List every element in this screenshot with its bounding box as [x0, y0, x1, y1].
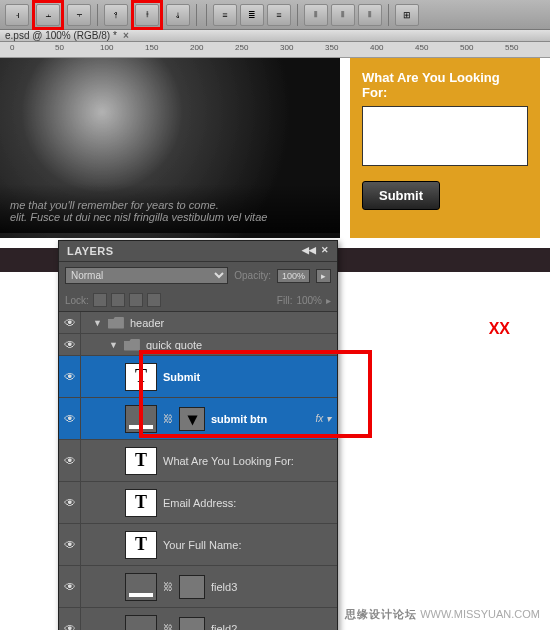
panel-title: LAYERS [67, 245, 114, 257]
link-mask-icon[interactable]: ⛓ [163, 623, 173, 630]
panel-header[interactable]: LAYERS ◀◀✕ [59, 241, 337, 262]
disclosure-icon[interactable]: ▼ [109, 340, 118, 350]
hero-caption: me that you'll remember for years to com… [0, 184, 340, 233]
disclosure-icon[interactable]: ▼ [93, 318, 102, 328]
vector-mask-icon [179, 617, 205, 631]
lock-transparency-icon[interactable] [93, 293, 107, 307]
looking-for-input[interactable] [362, 106, 528, 166]
text-layer-icon: T [125, 447, 157, 475]
lock-paint-icon[interactable] [111, 293, 125, 307]
layer-submit-text[interactable]: 👁 T Submit [59, 356, 337, 398]
visibility-icon[interactable]: 👁 [59, 398, 81, 439]
auto-align-btn[interactable]: ⊞ [395, 4, 419, 26]
panel-menu-icon[interactable]: ◀◀✕ [302, 245, 330, 257]
layer-name-text[interactable]: 👁 T Your Full Name: [59, 524, 337, 566]
layer-list: 👁 ▼ header 👁 ▼ quick quote 👁 T Submit [59, 312, 337, 630]
blend-mode-select[interactable]: Normal [65, 267, 228, 284]
layer-looking-for-text[interactable]: 👁 T What Are You Looking For: [59, 440, 337, 482]
visibility-icon[interactable]: 👁 [59, 482, 81, 523]
visibility-icon[interactable]: 👁 [59, 440, 81, 481]
vector-mask-icon [179, 575, 205, 599]
align-top-btn[interactable]: ⫯ [104, 4, 128, 26]
layer-email-text[interactable]: 👁 T Email Address: [59, 482, 337, 524]
folder-icon [108, 317, 124, 329]
lock-label: Lock: [65, 295, 89, 306]
close-icon[interactable]: × [123, 30, 129, 41]
align-center-v-btn[interactable]: ⫲ [135, 4, 159, 26]
text-layer-icon: T [125, 363, 157, 391]
hero-image: me that you'll remember for years to com… [0, 58, 340, 238]
layers-panel: LAYERS ◀◀✕ Normal Opacity: 100%▸ Lock: F… [58, 240, 338, 630]
fill-value[interactable]: 100% [296, 295, 322, 306]
document-tab[interactable]: e.psd @ 100% (RGB/8) * × [0, 30, 550, 42]
align-center-h-btn[interactable]: ⫠ [36, 4, 60, 26]
layer-group-header[interactable]: 👁 ▼ header [59, 312, 337, 334]
document-title: e.psd @ 100% (RGB/8) * [5, 30, 117, 41]
shape-layer-icon [125, 615, 157, 631]
shape-layer-icon [125, 405, 157, 433]
canvas[interactable]: me that you'll remember for years to com… [0, 58, 550, 248]
text-layer-icon: T [125, 531, 157, 559]
layer-field3[interactable]: 👁 ⛓ field3 [59, 566, 337, 608]
layer-field2[interactable]: 👁 ⛓ field2 [59, 608, 337, 630]
watermark: 思缘设计论坛 WWW.MISSYUAN.COM [345, 607, 540, 622]
form-field-label: What Are You Looking For: [362, 70, 528, 100]
vector-mask-icon: ▾ [179, 407, 205, 431]
distribute-right-btn[interactable]: ⦀ [358, 4, 382, 26]
blend-opacity-row: Normal Opacity: 100%▸ [59, 262, 337, 289]
align-toolbar: ⫞ ⫠ ⫟ ⫯ ⫲ ⫰ ≡ ≣ ≡ ⦀ ⦀ ⦀ ⊞ [0, 0, 550, 30]
layer-group-quick-quote[interactable]: 👁 ▼ quick quote [59, 334, 337, 356]
opacity-label: Opacity: [234, 270, 271, 281]
link-mask-icon[interactable]: ⛓ [163, 413, 173, 424]
distribute-v-btn[interactable]: ≣ [240, 4, 264, 26]
layer-submit-btn[interactable]: 👁 ⛓ ▾ submit btn fx ▾ [59, 398, 337, 440]
text-layer-icon: T [125, 489, 157, 517]
lock-all-icon[interactable] [147, 293, 161, 307]
visibility-icon[interactable]: 👁 [59, 566, 81, 607]
distribute-top-btn[interactable]: ≡ [213, 4, 237, 26]
quote-form: What Are You Looking For: Submit [350, 58, 540, 238]
horizontal-ruler: 0 50 100 150 200 250 300 350 400 450 500… [0, 42, 550, 58]
align-right-btn[interactable]: ⫟ [67, 4, 91, 26]
opacity-value[interactable]: 100% [277, 269, 310, 283]
shape-layer-icon [125, 573, 157, 601]
distribute-h-btn[interactable]: ⦀ [331, 4, 355, 26]
fill-label: Fill: [277, 295, 293, 306]
align-left-btn[interactable]: ⫞ [5, 4, 29, 26]
align-bottom-btn[interactable]: ⫰ [166, 4, 190, 26]
lock-fill-row: Lock: Fill: 100%▸ [59, 289, 337, 312]
visibility-icon[interactable]: 👁 [59, 312, 81, 333]
submit-button[interactable]: Submit [362, 181, 440, 210]
lock-move-icon[interactable] [129, 293, 143, 307]
visibility-icon[interactable]: 👁 [59, 334, 81, 355]
annotation-xx: XX [489, 320, 510, 338]
visibility-icon[interactable]: 👁 [59, 524, 81, 565]
folder-icon [124, 339, 140, 351]
visibility-icon[interactable]: 👁 [59, 356, 81, 397]
fx-icon[interactable]: fx ▾ [315, 413, 331, 424]
distribute-bottom-btn[interactable]: ≡ [267, 4, 291, 26]
distribute-left-btn[interactable]: ⦀ [304, 4, 328, 26]
visibility-icon[interactable]: 👁 [59, 608, 81, 630]
link-mask-icon[interactable]: ⛓ [163, 581, 173, 592]
